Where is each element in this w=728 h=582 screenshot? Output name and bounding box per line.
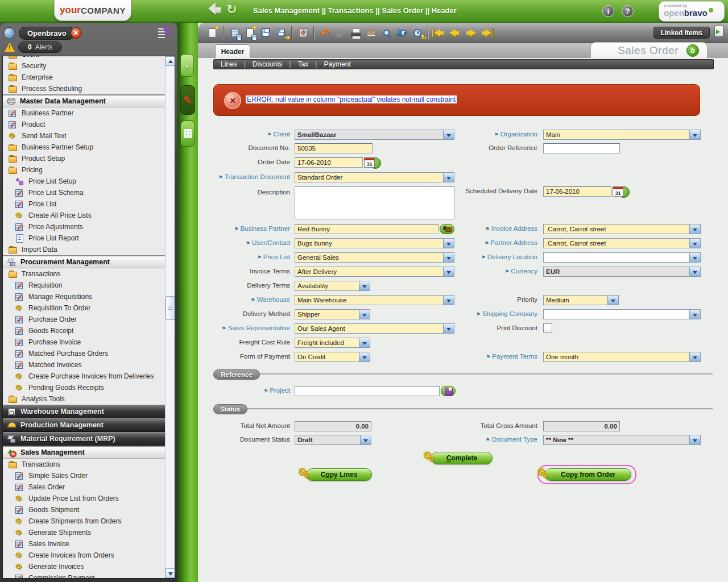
form-of-payment-select[interactable]: On Credit bbox=[295, 352, 370, 362]
save-and-new-button[interactable] bbox=[242, 25, 258, 40]
currency-select[interactable]: EUR bbox=[543, 267, 701, 277]
menu-item[interactable]: Price List bbox=[3, 198, 165, 210]
partner-address-select[interactable]: .Carrot, Carrot street bbox=[543, 238, 701, 248]
menu-item[interactable]: Analysis Tools bbox=[3, 393, 165, 405]
menu-item[interactable]: Client bbox=[3, 56, 165, 60]
menu-item[interactable]: Purchase Order bbox=[3, 314, 165, 325]
delivery-terms-select[interactable]: Availability bbox=[295, 281, 370, 291]
refresh-history-button[interactable]: ↻ bbox=[410, 25, 425, 40]
menu-item[interactable]: Price Adjustments bbox=[3, 221, 165, 232]
invoice-terms-select[interactable]: After Delivery bbox=[295, 267, 454, 277]
print-button[interactable] bbox=[348, 25, 363, 40]
warehouse-select[interactable]: Main Warehouse bbox=[295, 295, 454, 305]
menu-item[interactable]: Purchase Invoice bbox=[3, 336, 165, 348]
sidebar-scrollbar[interactable] bbox=[165, 56, 175, 578]
menu-item[interactable]: Matched Invoices bbox=[3, 359, 165, 371]
next-record-button[interactable] bbox=[462, 25, 478, 40]
section-reference[interactable]: Reference bbox=[213, 369, 260, 380]
search-button[interactable] bbox=[379, 25, 394, 40]
logout-close-icon[interactable]: ✕ bbox=[71, 27, 82, 39]
refresh-icon[interactable]: ↻ bbox=[226, 2, 237, 17]
menu-item[interactable]: Price List Report bbox=[3, 232, 165, 244]
delivery-location-select[interactable] bbox=[543, 252, 701, 263]
sales-representative-select[interactable]: Our Sales Agent bbox=[295, 323, 454, 334]
menu-item[interactable]: Product bbox=[3, 119, 165, 130]
delivery-method-select[interactable]: Shipper bbox=[295, 309, 370, 319]
menu-section-warehouse[interactable]: Warehouse Management bbox=[3, 405, 165, 418]
menu-section-production[interactable]: Production Management bbox=[3, 418, 165, 432]
document-no-input[interactable] bbox=[295, 143, 373, 153]
last-record-button[interactable] bbox=[478, 25, 493, 40]
project-search-icon[interactable] bbox=[441, 386, 456, 396]
menu-item[interactable]: ⚙Create Invoices from Orders bbox=[3, 550, 165, 561]
alerts-badge[interactable]: 0Alerts bbox=[18, 41, 62, 53]
menu-item[interactable]: Process Scheduling bbox=[3, 83, 165, 94]
transaction-document-select[interactable]: Standard Order bbox=[295, 172, 454, 182]
first-record-button[interactable] bbox=[432, 25, 447, 40]
print-discount-checkbox[interactable] bbox=[543, 323, 552, 332]
calendar-icon[interactable]: 31 bbox=[364, 157, 377, 168]
user-contact-select[interactable]: Bugs bunny bbox=[295, 238, 454, 248]
menu-item[interactable]: ⚙Create Purchase Invoices from Deliverie… bbox=[3, 371, 165, 382]
delete-button[interactable] bbox=[295, 25, 311, 40]
menu-section-sales[interactable]: Sales Management bbox=[3, 446, 165, 459]
document-type-select[interactable]: ** New ** bbox=[543, 435, 701, 445]
order-reference-input[interactable] bbox=[543, 143, 620, 153]
menu-item[interactable]: Goods Receipt bbox=[3, 325, 165, 336]
menu-item[interactable]: Commission Payment bbox=[3, 572, 165, 579]
back-icon[interactable] bbox=[202, 4, 221, 15]
save-button[interactable] bbox=[258, 25, 273, 40]
menu-item[interactable]: Product Setup bbox=[3, 153, 165, 164]
menu-item[interactable]: Manage Requisitions bbox=[3, 291, 165, 302]
linked-items-icon[interactable] bbox=[714, 26, 723, 37]
menu-item[interactable]: Price List Setup bbox=[3, 176, 165, 187]
subtab-payment[interactable]: Payment bbox=[317, 60, 357, 68]
menu-item[interactable]: ⚙Send Mail Text bbox=[3, 130, 165, 142]
undo-button[interactable]: ↶ bbox=[317, 25, 333, 40]
menu-item[interactable]: Import Data bbox=[3, 244, 165, 255]
subtab-lines[interactable]: Lines bbox=[214, 60, 244, 68]
audit-trail-button[interactable] bbox=[394, 25, 410, 40]
scrollbar-thumb[interactable] bbox=[166, 296, 175, 320]
menu-item[interactable]: Business Partner bbox=[3, 107, 165, 119]
menu-item-sales-order[interactable]: Sales Order bbox=[3, 481, 165, 493]
save-and-next-button[interactable]: ➜ bbox=[273, 25, 288, 40]
scheduled-delivery-date-input[interactable] bbox=[543, 186, 611, 197]
menu-item[interactable]: Requisition bbox=[3, 280, 165, 291]
document-status-select[interactable]: Draft bbox=[295, 435, 371, 445]
complete-button[interactable]: ⚙ Complete bbox=[431, 452, 493, 464]
menu-item[interactable]: Business Partner Setup bbox=[3, 142, 165, 153]
tab-header[interactable]: Header bbox=[215, 44, 250, 58]
menu-item[interactable]: ⚙Create All Price Lists bbox=[3, 210, 165, 221]
collapse-sidebar-button[interactable]: ‹ bbox=[180, 54, 194, 77]
scroll-down-icon[interactable] bbox=[166, 568, 175, 578]
menu-section-procurement[interactable]: Procurement Management bbox=[3, 255, 165, 268]
copy-lines-button[interactable]: ⚙ Copy Lines bbox=[306, 468, 372, 481]
menu-section-master-data[interactable]: Master Data Management bbox=[3, 94, 165, 107]
save-and-grid-button[interactable] bbox=[227, 25, 242, 40]
menu-item[interactable]: Transactions bbox=[3, 459, 165, 470]
email-button[interactable]: ✉ bbox=[363, 25, 379, 40]
menu-item[interactable]: ⚙Create Shipments from Orders bbox=[3, 516, 165, 527]
grid-view-tab[interactable] bbox=[180, 120, 195, 147]
menu-item[interactable]: Security bbox=[3, 60, 165, 72]
menu-item[interactable]: Goods Shipment bbox=[3, 504, 165, 516]
calendar-icon[interactable]: 31 bbox=[613, 186, 625, 197]
shipping-company-select[interactable] bbox=[543, 309, 701, 319]
invoice-address-select[interactable]: .Carrot, Carrot street bbox=[543, 224, 701, 234]
copy-from-order-button[interactable]: ⚙ Copy from Order bbox=[545, 468, 631, 481]
menu-item[interactable]: ⚙Pending Goods Receipts bbox=[3, 382, 165, 393]
organization-select[interactable]: Main bbox=[543, 130, 701, 140]
menu-collapse-all-icon[interactable]: ⇅ bbox=[158, 27, 169, 38]
freight-cost-rule-select[interactable]: Freight included bbox=[295, 338, 370, 348]
subtab-discounts[interactable]: Discounts bbox=[246, 60, 289, 68]
description-textarea[interactable] bbox=[295, 186, 454, 219]
business-partner-input[interactable] bbox=[295, 224, 439, 234]
client-select[interactable]: SmallBazaar bbox=[295, 130, 454, 140]
menu-item[interactable]: ⚙Requisition To Order bbox=[3, 302, 165, 314]
menu-item[interactable]: Enterprise bbox=[3, 72, 165, 83]
new-record-button[interactable] bbox=[205, 25, 220, 40]
order-date-input[interactable] bbox=[295, 157, 363, 168]
previous-record-button[interactable] bbox=[447, 25, 462, 40]
payment-terms-select[interactable]: One month bbox=[543, 352, 701, 362]
